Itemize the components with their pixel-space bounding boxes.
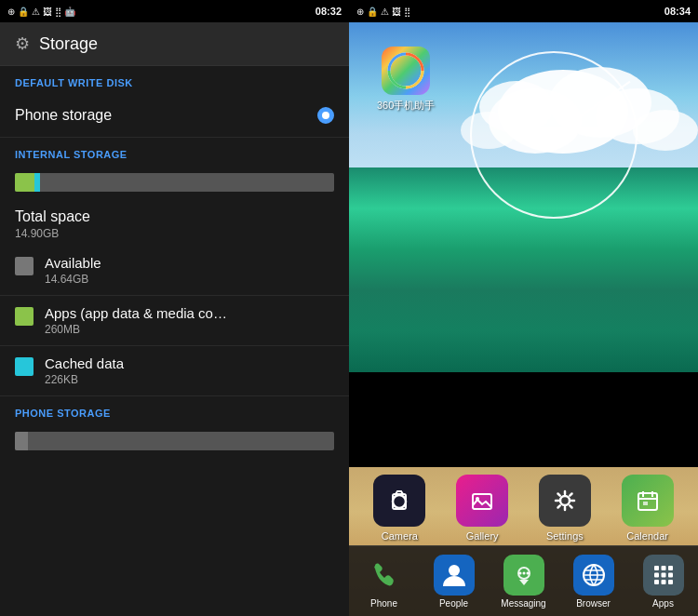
color-indicator-green [15,307,34,326]
svg-point-25 [526,571,529,574]
storage-item-info-cache: Cached data 226KB [45,355,124,386]
bottom-app-phone[interactable]: Phone [356,555,412,609]
svg-rect-39 [661,580,665,584]
total-space-label: Total space [15,208,334,225]
phone-storage-radio[interactable] [317,107,334,124]
app-label-360: 360手机助手 [377,99,435,113]
svg-rect-34 [668,566,673,570]
content-area[interactable]: DEFAULT WRITE DISK Phone storage INTERNA… [0,66,349,616]
bottom-app-people[interactable]: People [426,555,482,609]
right-warning-icon: ⚠ [381,7,389,17]
bar-cache [34,173,41,192]
people-icon [434,555,475,596]
bottom-label-phone: Phone [370,598,397,609]
icon-360-svg [387,52,424,89]
svg-point-19 [449,565,460,576]
browser-icon [573,555,614,596]
left-panel: ⊕ 🔒 ⚠ 🖼 ⣿ 🤖 08:32 ⚙ Storage DEFAULT WRIT… [0,0,349,616]
svg-point-24 [522,571,525,574]
storage-item-name-cache: Cached data [45,355,124,371]
svg-rect-38 [654,580,659,584]
status-time-left: 08:32 [315,6,342,17]
warning-icon: ⚠ [32,7,40,17]
phone-storage-label: Phone storage [15,107,112,124]
bottom-dock: Phone People [349,545,698,616]
svg-point-8 [393,495,406,508]
internal-storage-bar [15,173,334,192]
dock-label-calendar: Calendar [626,530,668,542]
svg-rect-35 [654,572,659,577]
android-icon: 🤖 [64,7,75,17]
dock-row: Camera Gallery Settings [349,475,698,542]
right-grid-icon: ⣿ [404,7,410,17]
status-bar-right: ⊕ 🔒 ⚠ 🖼 ⣿ 08:34 [349,0,698,22]
sim-icon: ⊕ [7,7,15,17]
svg-rect-32 [654,566,659,570]
storage-item-cache: Cached data 226KB [0,346,349,396]
status-bar-left: ⊕ 🔒 ⚠ 🖼 ⣿ 🤖 08:32 [0,0,349,22]
apps-icon [643,555,684,596]
circle-dot [551,132,557,138]
dock-label-camera: Camera [382,530,418,542]
svg-rect-37 [668,572,673,577]
right-lock-icon: 🔒 [367,7,378,17]
lock-icon: 🔒 [18,7,29,17]
dock-app-gallery[interactable]: Gallery [450,475,515,542]
storage-item-available: Available 14.64GB [0,246,349,296]
gallery-icon [456,475,508,527]
storage-item-size-available: 14.64GB [45,273,101,286]
right-sim-icon: ⊕ [356,7,364,17]
svg-point-5 [633,110,698,151]
svg-rect-17 [643,502,648,505]
color-indicator-teal [15,357,34,376]
dock-app-calendar[interactable]: Calendar [615,475,680,542]
svg-point-12 [560,496,570,505]
storage-item-info-apps: Apps (app data & media co… 260MB [45,305,227,336]
section-phone-storage: PHONE STORAGE [0,396,349,424]
bottom-label-messaging: Messaging [501,598,545,609]
storage-item-size-apps: 260MB [45,323,227,336]
status-time-right: 08:34 [664,6,691,17]
bottom-app-browser[interactable]: Browser [566,555,622,609]
phone-icon [364,555,405,596]
bottom-label-browser: Browser [576,598,611,609]
storage-item-name-available: Available [45,255,101,271]
svg-point-11 [476,497,479,501]
bottom-app-messaging[interactable]: Messaging [496,555,552,609]
camera-icon [373,475,425,527]
dock-app-camera[interactable]: Camera [367,475,432,542]
calendar-icon [622,475,674,527]
storage-item-apps: Apps (app data & media co… 260MB [0,296,349,346]
bottom-label-apps: Apps [652,598,674,609]
color-indicator-gray [15,257,34,275]
circle-line [553,81,630,136]
title-bar: ⚙ Storage [0,22,349,66]
right-panel: ⊕ 🔒 ⚠ 🖼 ⣿ 08:34 360手机助手 [349,0,698,616]
svg-point-23 [518,571,521,574]
dock-app-settings[interactable]: Settings [532,475,597,542]
status-icons-right: ⊕ 🔒 ⚠ 🖼 ⣿ [356,7,410,17]
svg-rect-33 [661,566,665,570]
status-icons-left: ⊕ 🔒 ⚠ 🖼 ⣿ 🤖 [7,7,75,17]
bottom-label-people: People [439,598,468,609]
section-internal-storage: INTERNAL STORAGE [0,138,349,166]
icon-360-image [382,47,430,95]
page-title: Storage [39,34,98,54]
dock-label-settings: Settings [546,530,584,542]
bottom-app-apps[interactable]: Apps [636,555,691,609]
right-image-icon: 🖼 [392,7,401,17]
phone-storage-option[interactable]: Phone storage [0,94,349,138]
phone-bar-used [15,432,28,450]
bar-apps [15,173,34,192]
storage-item-info-available: Available 14.64GB [45,255,101,286]
settings-icon [539,475,591,527]
app-icon-360[interactable]: 360手机助手 [377,47,435,113]
gear-icon: ⚙ [15,33,30,54]
section-default-write-disk: DEFAULT WRITE DISK [0,66,349,94]
image-icon: 🖼 [43,7,52,17]
phone-storage-bar [15,432,334,450]
total-space-value: 14.90GB [15,227,334,240]
dock-label-gallery: Gallery [466,530,499,542]
storage-item-name-apps: Apps (app data & media co… [45,305,227,321]
home-circle [470,51,638,219]
